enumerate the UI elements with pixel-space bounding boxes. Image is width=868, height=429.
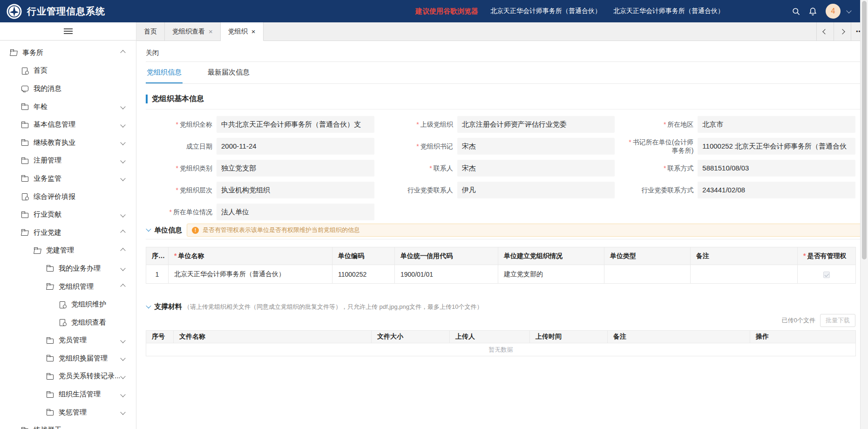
field-label-text: 书记所在单位(会计师事务所)	[633, 138, 694, 154]
sidebar-item[interactable]: 党组织查看	[0, 313, 136, 332]
materials-table: 序号 文件名称 文件大小 上传人 上传时间 备注 操作 暂无数据	[146, 330, 856, 356]
manage-permission-checkbox[interactable]	[823, 272, 830, 278]
sidebar-item[interactable]: 行业党建	[0, 224, 136, 242]
sidebar-item-label: 党组织维护	[71, 300, 106, 309]
field-input[interactable]: 11000252 北京天正华会计师事务所（普通合伙	[698, 138, 855, 155]
sidebar-item[interactable]: 党组织管理	[0, 278, 136, 296]
tree-node-icon	[21, 193, 29, 200]
col-unit-name-text: 单位名称	[178, 252, 204, 259]
sidebar-item[interactable]: 党组织维护	[0, 295, 136, 313]
field-label-text: 党组织类别	[180, 164, 212, 172]
sidebar: 事务所 首页 我的消息 年检	[0, 22, 136, 429]
cell-unit-name: 北京天正华会计师事务所（普通合伙）	[169, 265, 332, 284]
sidebar-item[interactable]: 党员关系转接记录...	[0, 368, 136, 386]
sidebar-item[interactable]: 我的消息	[0, 80, 136, 98]
expand-chevron-icon	[120, 248, 125, 253]
tree-node-icon	[21, 211, 29, 218]
sidebar-item-label: 综合评价填报	[34, 192, 75, 201]
page-scrollbar[interactable]	[860, 0, 868, 429]
sidebar-item-label: 党组织管理	[59, 282, 94, 291]
section-accent-bar	[146, 95, 148, 103]
sidebar-item-label: 党组织换届管理	[59, 354, 108, 363]
tab-close-icon[interactable]	[209, 27, 213, 35]
expand-chevron-icon	[120, 122, 125, 127]
materials-hint: （请上传党组织相关文件（同意成立党组织的批复文件等），只允许上传 pdf,jpg…	[184, 303, 482, 311]
col-credit-code: 单位统一信用代码	[395, 247, 498, 265]
field-input[interactable]: 伊凡	[457, 182, 615, 198]
materials-empty-row: 暂无数据	[146, 343, 856, 356]
sidebar-item-label: 组织生活管理	[59, 390, 101, 399]
section-collapse-chevron-icon[interactable]	[146, 303, 151, 308]
collapse-menu-icon[interactable]	[64, 28, 73, 34]
sidebar-item-label: 行业贡献	[34, 210, 61, 219]
sidebar-item[interactable]: 首页	[0, 62, 136, 80]
field-label-text: 联系方式	[667, 164, 693, 172]
field-input[interactable]: 宋杰	[457, 160, 615, 177]
tab-next-button[interactable]	[834, 22, 851, 41]
tree-node-icon	[46, 337, 54, 344]
required-asterisk	[176, 121, 180, 128]
field-input[interactable]: 243441/02/08	[698, 182, 855, 198]
sidebar-item[interactable]: 行业贡献	[0, 205, 136, 224]
user-avatar[interactable]: 4	[826, 4, 841, 19]
form-field: 成立日期 2000-11-24	[146, 138, 374, 155]
notification-bell-icon[interactable]	[808, 7, 817, 16]
scrollbar-thumb[interactable]	[862, 1, 867, 259]
tab-close-icon[interactable]	[251, 27, 256, 35]
close-page-button[interactable]: 关闭	[146, 49, 159, 57]
cell-unit-type	[604, 265, 691, 284]
sidebar-item[interactable]: 基本信息管理	[0, 116, 136, 134]
expand-chevron-icon	[120, 140, 125, 145]
unit-info-section-header: 单位信息 是否有管理权表示该单位是否有权限维护当前党组织的信息	[146, 224, 863, 239]
sidebar-item-label: 奖惩管理	[59, 408, 87, 417]
search-icon[interactable]	[791, 7, 800, 16]
sidebar-item[interactable]: 业务监管	[0, 170, 136, 188]
materials-table-header-row: 序号 文件名称 文件大小 上传人 上传时间 备注 操作	[146, 331, 856, 343]
page-tab[interactable]: 党组织	[221, 22, 264, 41]
tree-node-icon	[21, 103, 29, 110]
field-input[interactable]: 宋杰	[457, 138, 615, 155]
sidebar-item[interactable]: 继续教育执业	[0, 134, 136, 152]
current-org-primary[interactable]: 北京天正华会计师事务所（普通合伙）	[490, 7, 601, 15]
page-tab[interactable]: 首页	[136, 22, 165, 41]
form-field: 所在地区 北京市	[627, 116, 855, 133]
subtab-org-info[interactable]: 党组织信息	[146, 62, 183, 83]
field-input[interactable]: 中共北京天正华会计师事务所（普通合伙）支	[217, 116, 374, 133]
page-tab[interactable]: 党组织查看	[165, 22, 221, 41]
field-input[interactable]: 北京注册会计师资产评估行业党委	[457, 116, 615, 133]
sidebar-item-label: 我的业务办理	[59, 264, 101, 273]
field-input[interactable]: 北京市	[698, 116, 855, 133]
unit-table-header-row: 序号 单位名称 单位编码 单位统一信用代码 单位建立党组织情况 单位类型 备注 …	[146, 247, 856, 265]
sidebar-item[interactable]: 党员管理	[0, 332, 136, 350]
required-asterisk	[416, 121, 420, 128]
form-field: 上级党组织 北京注册会计师资产评估行业党委	[387, 116, 615, 133]
main-layout: 事务所 首页 我的消息 年检	[0, 22, 868, 429]
sidebar-item[interactable]: 党组织换届管理	[0, 349, 136, 368]
field-input[interactable]: 2000-11-24	[217, 138, 374, 155]
user-menu-chevron-down-icon[interactable]	[846, 8, 851, 13]
sidebar-item[interactable]: 注册管理	[0, 152, 136, 170]
sidebar-item[interactable]: 年检	[0, 98, 136, 116]
tab-prev-button[interactable]	[816, 22, 834, 41]
sidebar-item[interactable]: 党建管理	[0, 242, 136, 260]
sidebar-item[interactable]: 综合评价填报	[0, 188, 136, 206]
col-has-permission: 是否有管理权	[798, 247, 856, 265]
sidebar-item[interactable]: 我的业务办理	[0, 259, 136, 278]
subtab-latest-term[interactable]: 最新届次信息	[207, 62, 251, 83]
sidebar-item[interactable]: 组织生活管理	[0, 385, 136, 403]
field-input[interactable]: 独立党支部	[217, 160, 374, 177]
unit-table-row: 1 北京天正华会计师事务所（普通合伙） 11000252 1900/01/01 …	[146, 265, 856, 284]
sidebar-item[interactable]: 事务所	[0, 44, 136, 62]
field-label: 联系方式	[627, 164, 698, 172]
field-input[interactable]: 执业机构党组织	[217, 182, 374, 198]
section-collapse-chevron-icon[interactable]	[146, 226, 151, 232]
sidebar-item[interactable]: 统战群工	[0, 421, 136, 429]
field-input[interactable]: 法人单位	[217, 204, 374, 220]
field-input[interactable]: 5881510/08/03	[698, 160, 855, 177]
form-field: 党组织层次 执业机构党组织	[146, 182, 374, 198]
current-org-secondary[interactable]: 北京天正华会计师事务所（普通合伙）	[613, 7, 724, 15]
cell-remark	[691, 265, 798, 284]
tree-node-icon	[21, 67, 29, 75]
sidebar-item[interactable]: 奖惩管理	[0, 403, 136, 422]
batch-download-button[interactable]: 批量下载	[820, 314, 855, 327]
